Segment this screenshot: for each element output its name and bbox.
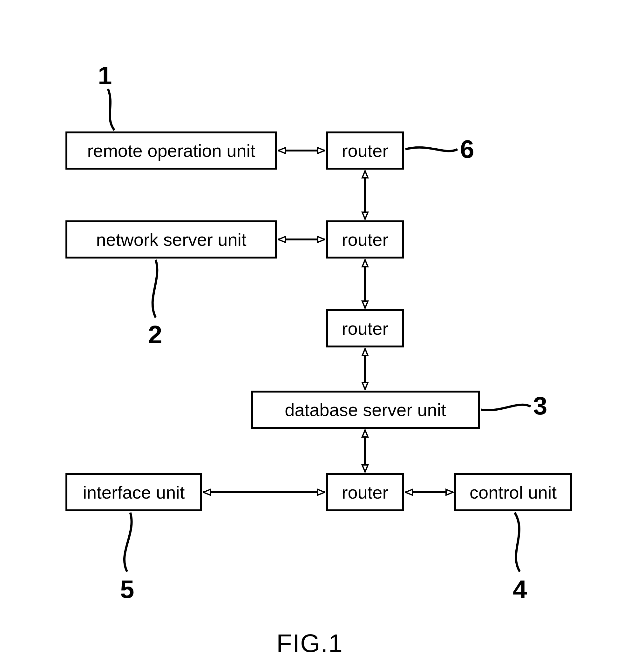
- leader-6: [406, 147, 458, 151]
- leader-4: [515, 513, 520, 572]
- leader-2: [153, 260, 157, 318]
- connectors: [0, 0, 624, 672]
- leader-1: [108, 89, 114, 130]
- leader-3: [481, 405, 530, 410]
- leader-5: [124, 513, 132, 572]
